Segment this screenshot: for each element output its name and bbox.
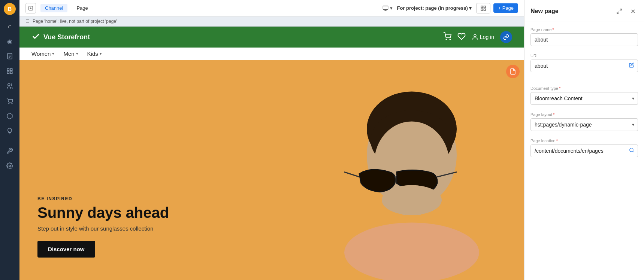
svg-point-37 xyxy=(630,148,633,152)
document-type-select[interactable]: Bloomreach Content xyxy=(530,92,638,105)
panel-body: Page name * URL Document type * xyxy=(524,21,644,280)
svg-point-10 xyxy=(12,103,12,104)
storefront: Vue Storefront Log in xyxy=(19,27,524,280)
men-chevron: ▾ xyxy=(76,51,78,56)
svg-point-24 xyxy=(474,34,476,37)
store-nav-men[interactable]: Men ▾ xyxy=(63,51,78,57)
layout-button[interactable] xyxy=(476,3,490,13)
topbar-right: + Page xyxy=(476,3,518,13)
close-panel-button[interactable]: ✕ xyxy=(628,6,638,16)
sidebar-item-grid[interactable] xyxy=(3,64,16,78)
page-layout-select[interactable]: hst:pages/dynamic-page xyxy=(530,118,638,131)
sidebar-item-bulb[interactable] xyxy=(3,124,16,138)
svg-line-36 xyxy=(617,12,619,13)
sidebar-item-cart[interactable] xyxy=(3,94,16,108)
add-component-button[interactable] xyxy=(25,3,36,13)
store-nav: Women ▾ Men ▾ Kids ▾ xyxy=(19,48,524,60)
panel-divider-1 xyxy=(530,80,638,80)
page-name-label: Page name * xyxy=(530,27,638,32)
page-layout-label: Page layout * xyxy=(530,112,638,117)
add-page-button[interactable]: + Page xyxy=(493,3,518,13)
device-arrow: ▾ xyxy=(390,5,393,11)
tab-channel[interactable]: Channel xyxy=(40,4,67,12)
women-chevron: ▾ xyxy=(52,51,54,56)
document-fab[interactable] xyxy=(506,65,520,78)
sidebar-item-tools[interactable] xyxy=(3,144,16,158)
right-panel: New page ✕ Page name * URL xyxy=(524,0,644,280)
sidebar: B ⌂ ◉ xyxy=(0,0,19,280)
svg-rect-6 xyxy=(7,72,9,74)
panel-header-icons: ✕ xyxy=(614,6,638,16)
page-layout-field: Page layout * hst:pages/dynamic-page ▾ xyxy=(530,112,638,131)
document-type-label: Document type * xyxy=(530,86,638,91)
svg-line-35 xyxy=(620,9,622,11)
sidebar-item-users[interactable] xyxy=(3,79,16,93)
store-nav-icons: Log in xyxy=(443,31,512,43)
hero-content: BE INSPIRED Sunny days ahead Step out in… xyxy=(37,196,169,258)
svg-rect-7 xyxy=(10,72,12,74)
hero-subtitle: Step out in style with our sunglasses co… xyxy=(37,225,169,232)
page-layout-required: * xyxy=(553,112,554,117)
main-area: Channel Page ▾ For project: page (In pro… xyxy=(19,0,524,280)
sidebar-item-settings[interactable] xyxy=(3,159,16,173)
infobar: ☐ Page 'home': live, not part of project… xyxy=(19,16,524,27)
project-info: For project: page (In progress) ▾ xyxy=(397,5,472,11)
svg-point-34 xyxy=(382,185,442,215)
page-location-input[interactable] xyxy=(530,144,638,157)
svg-point-25 xyxy=(344,223,479,280)
document-type-select-wrapper: Bloomreach Content ▾ xyxy=(530,92,638,105)
store-login-label: Log in xyxy=(480,34,494,40)
page-location-search-icon[interactable] xyxy=(629,147,634,154)
svg-rect-15 xyxy=(383,6,388,9)
topbar: Channel Page ▾ For project: page (In pro… xyxy=(19,0,524,16)
sidebar-logo[interactable]: B xyxy=(4,3,16,15)
sidebar-item-circle[interactable]: ◉ xyxy=(3,34,16,48)
infobar-message: Page 'home': live, not part of project '… xyxy=(33,19,117,24)
document-type-field: Document type * Bloomreach Content ▾ xyxy=(530,86,638,105)
url-label: URL xyxy=(530,54,638,58)
sidebar-item-home[interactable]: ⌂ xyxy=(3,19,16,33)
kids-chevron: ▾ xyxy=(100,51,102,56)
svg-rect-4 xyxy=(7,69,9,70)
page-location-label: Page location * xyxy=(530,139,638,143)
sidebar-item-document[interactable] xyxy=(3,49,16,63)
store-nav-kids[interactable]: Kids ▾ xyxy=(87,51,102,57)
svg-rect-20 xyxy=(481,9,483,10)
panel-header: New page ✕ xyxy=(524,0,644,21)
store-login[interactable]: Log in xyxy=(472,34,494,40)
preview-area: Vue Storefront Log in xyxy=(19,27,524,280)
svg-point-22 xyxy=(446,39,447,40)
store-logo-icon xyxy=(31,32,40,43)
infobar-icon: ☐ xyxy=(25,19,30,24)
page-name-input[interactable] xyxy=(530,33,638,46)
page-name-required: * xyxy=(552,27,554,32)
url-input-wrapper xyxy=(530,60,638,72)
sidebar-item-box[interactable] xyxy=(3,109,16,123)
url-edit-icon[interactable] xyxy=(629,63,634,69)
page-location-field: Page location * xyxy=(530,139,638,157)
svg-point-9 xyxy=(9,103,9,104)
svg-rect-19 xyxy=(484,6,486,8)
expand-panel-button[interactable] xyxy=(614,6,625,16)
url-input[interactable] xyxy=(530,60,638,72)
page-location-required: * xyxy=(556,139,558,143)
panel-title: New page xyxy=(530,8,559,15)
page-name-field: Page name * xyxy=(530,27,638,46)
page-layout-select-wrapper: hst:pages/dynamic-page ▾ xyxy=(530,118,638,131)
hero-section: BE INSPIRED Sunny days ahead Step out in… xyxy=(19,60,524,280)
svg-point-8 xyxy=(8,83,10,86)
hero-eyebrow: BE INSPIRED xyxy=(37,196,169,201)
hero-cta-button[interactable]: Discover now xyxy=(37,241,95,258)
svg-line-32 xyxy=(344,172,359,177)
tab-page[interactable]: Page xyxy=(72,4,92,12)
store-wishlist-icon[interactable] xyxy=(457,32,466,42)
device-selector[interactable]: ▾ xyxy=(383,5,393,11)
store-nav-women[interactable]: Women ▾ xyxy=(31,51,54,57)
store-cart-icon[interactable] xyxy=(443,32,451,42)
page-location-input-wrapper xyxy=(530,144,638,157)
svg-rect-21 xyxy=(484,9,486,10)
store-link-button[interactable] xyxy=(500,31,512,43)
svg-rect-5 xyxy=(10,69,12,70)
hero-image xyxy=(299,60,524,280)
store-logo: Vue Storefront xyxy=(31,32,90,43)
